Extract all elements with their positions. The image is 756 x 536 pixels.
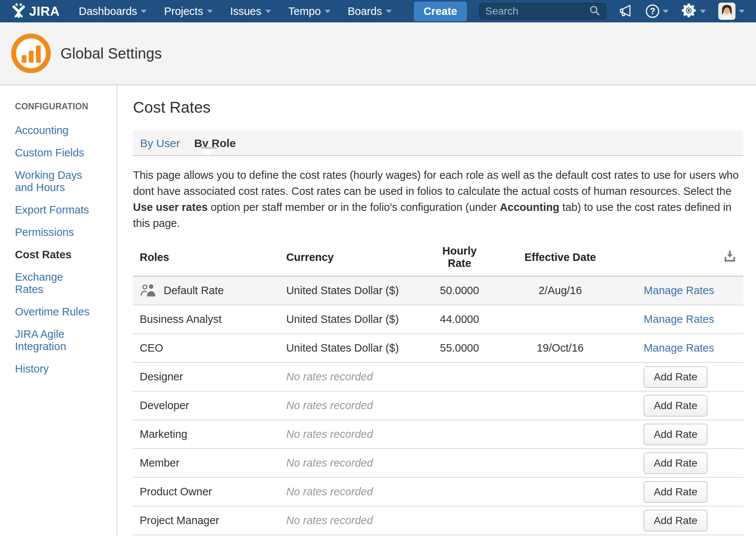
no-rates-text: No rates recorded (279, 449, 423, 477)
nav-menu-tempo[interactable]: Tempo (280, 0, 339, 22)
role-cell: Developer (140, 399, 273, 412)
no-rates-text: No rates recorded (279, 420, 423, 449)
navbar-right: ? (479, 3, 745, 20)
chevron-down-icon (386, 10, 392, 13)
nav-menu-dashboards[interactable]: Dashboards (70, 0, 155, 22)
role-cell: Member (140, 457, 273, 469)
effective-date-value (496, 305, 624, 334)
table-header-row: RolesCurrencyHourly RateEffective Date (133, 240, 743, 276)
table-row: Business AnalystUnited States Dollar ($)… (133, 305, 743, 334)
sidebar-item: Overtime Rules (15, 306, 109, 318)
description-text: This page allows you to define the cost … (133, 169, 739, 197)
hourly-rate-value (423, 420, 496, 449)
action-cell: Manage Rates (624, 305, 743, 334)
role-name: Marketing (140, 428, 187, 440)
nav-menu-label: Boards (348, 5, 382, 18)
sidebar-item-history[interactable]: History (15, 363, 109, 375)
cost-rates-table: RolesCurrencyHourly RateEffective Date D… (133, 240, 743, 535)
no-rates-text: No rates recorded (279, 391, 423, 420)
effective-date-value: 19/Oct/16 (496, 334, 624, 362)
create-button[interactable]: Create (414, 1, 467, 21)
nav-menu-label: Issues (230, 5, 261, 18)
nav-menu-label: Tempo (288, 5, 321, 18)
role-name: Project Manager (140, 514, 219, 527)
sidebar-item-working-days-and-hours[interactable]: Working Days and Hours (15, 169, 109, 194)
action-cell: Add Rate (624, 535, 743, 535)
add-rate-button[interactable]: Add Rate (644, 424, 707, 445)
manage-rates-link[interactable]: Manage Rates (644, 284, 714, 296)
add-rate-button[interactable]: Add Rate (644, 366, 707, 388)
add-rate-button[interactable]: Add Rate (644, 452, 707, 474)
hourly-rate-value: 55.0000 (423, 334, 496, 362)
settings-menu[interactable] (681, 3, 706, 20)
hourly-rate-value (423, 449, 496, 477)
sidebar-item-export-formats[interactable]: Export Formats (15, 204, 109, 216)
download-icon[interactable] (723, 253, 737, 265)
sidebar-item-jira-agile-integration[interactable]: JIRA Agile Integration (15, 328, 109, 353)
page-description: This page allows you to define the cost … (133, 167, 743, 231)
sidebar-item-accounting[interactable]: Accounting (15, 124, 109, 137)
effective-date-value (496, 535, 624, 535)
sidebar-item: Exchange Rates (15, 271, 109, 296)
column-header-effective-date: Effective Date (496, 240, 624, 276)
no-rates-text: No rates recorded (279, 477, 423, 506)
add-rate-button[interactable]: Add Rate (644, 510, 707, 532)
role-name: Developer (140, 399, 189, 412)
action-cell: Add Rate (624, 420, 743, 449)
sidebar-item-overtime-rules[interactable]: Overtime Rules (15, 306, 109, 318)
column-header-hourly-rate: Hourly Rate (423, 240, 496, 276)
role-cell: CEO (140, 342, 273, 354)
nav-menu-issues[interactable]: Issues (221, 0, 280, 22)
jira-logo-text: JIRA (29, 4, 60, 19)
user-avatar (718, 3, 735, 20)
announcements-button[interactable] (619, 4, 633, 19)
chevron-down-icon (325, 10, 331, 13)
sidebar-item: Working Days and Hours (15, 169, 109, 194)
sidebar-item-cost-rates[interactable]: Cost Rates (15, 249, 109, 261)
manage-rates-link[interactable]: Manage Rates (644, 342, 714, 354)
currency-value: United States Dollar ($) (279, 334, 423, 362)
role-cell: Product Owner (140, 486, 273, 498)
role-cell: Business Analyst (140, 313, 273, 325)
effective-date-value (496, 449, 624, 477)
sidebar-item: Accounting (15, 124, 109, 137)
user-menu[interactable] (718, 3, 745, 20)
action-cell: Add Rate (624, 449, 743, 477)
effective-date-value (496, 477, 624, 506)
add-rate-button[interactable]: Add Rate (644, 481, 707, 503)
currency-value: United States Dollar ($) (279, 276, 423, 305)
main-menu: DashboardsProjectsIssuesTempoBoards (70, 0, 400, 22)
role-cell: Designer (140, 371, 273, 383)
manage-rates-link[interactable]: Manage Rates (644, 313, 714, 325)
tab-by-user[interactable]: By User (133, 137, 187, 150)
hourly-rate-value (423, 391, 496, 420)
table-row: Product OwnerNo rates recordedAdd Rate (133, 477, 743, 506)
action-cell: Manage Rates (624, 276, 743, 305)
role-name: Designer (140, 371, 183, 383)
megaphone-icon (619, 4, 633, 19)
role-cell: Default Rate (140, 283, 273, 298)
search-icon[interactable] (589, 5, 600, 18)
search-box[interactable] (479, 3, 606, 19)
sidebar-item: Permissions (15, 226, 109, 239)
nav-menu-boards[interactable]: Boards (339, 0, 400, 22)
sidebar-item-custom-fields[interactable]: Custom Fields (15, 147, 109, 159)
search-input[interactable] (485, 5, 589, 17)
help-menu[interactable]: ? (646, 4, 669, 18)
description-bold-text: Accounting (500, 201, 560, 213)
effective-date-value (496, 506, 624, 535)
nav-menu-projects[interactable]: Projects (155, 0, 221, 22)
hourly-rate-value (423, 506, 496, 535)
sidebar-item-exchange-rates[interactable]: Exchange Rates (15, 271, 109, 296)
add-rate-button[interactable]: Add Rate (644, 395, 707, 417)
chevron-down-icon (663, 10, 669, 13)
hourly-rate-value: 50.0000 (423, 276, 496, 305)
jira-logo[interactable]: JIRA (11, 3, 60, 20)
description-text: option per staff member or in the folio'… (208, 201, 500, 213)
chevron-down-icon (700, 10, 706, 13)
group-icon (140, 283, 157, 298)
action-cell: Add Rate (624, 506, 743, 535)
currency-value: United States Dollar ($) (279, 305, 423, 334)
sidebar-item-permissions[interactable]: Permissions (15, 226, 109, 239)
hourly-rate-value: 44.0000 (423, 305, 496, 334)
